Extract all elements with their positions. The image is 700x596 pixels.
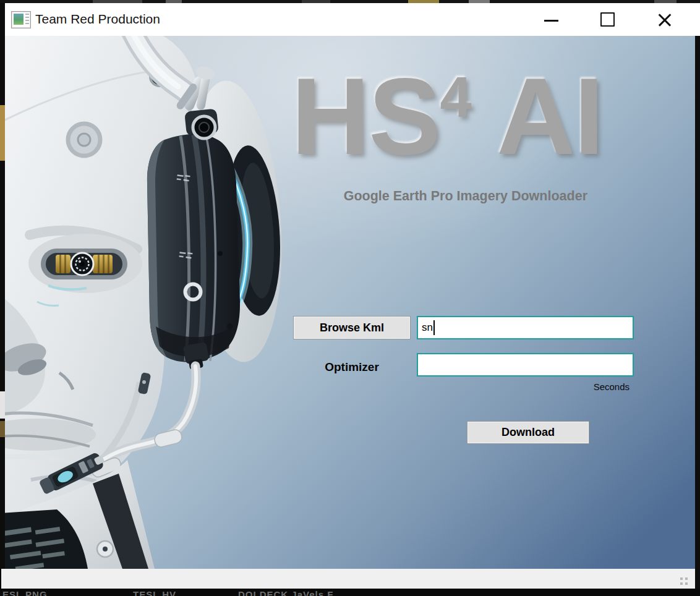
status-bar [1,569,695,589]
seconds-label: Seconds [417,381,630,392]
minimize-button[interactable] [532,3,570,36]
window-title: Team Red Production [35,12,160,27]
optimizer-field [417,353,634,377]
optimizer-label: Optimizer [293,360,411,374]
desktop-text-fragment: ESL PNG [2,589,48,596]
desktop-text-fragment: TESL HV [133,589,176,596]
app-logo: HS4 AI [291,62,603,171]
kml-path-input[interactable] [417,316,634,339]
desktop-edge-top [0,0,700,3]
app-icon-art [14,14,23,25]
robot-eye [28,234,142,293]
app-icon-lines [25,14,29,25]
download-button[interactable]: Download [467,421,589,444]
desktop-text-fragment: DOLDECK JaVels F [238,589,333,596]
app-subtitle: Google Earth Pro Imagery Downloader [291,189,587,204]
optimizer-input[interactable] [417,353,634,377]
maximize-icon [600,12,615,27]
desktop-edge-left [0,3,5,569]
close-button[interactable] [646,3,684,36]
text-caret [433,320,435,335]
hero-image: HS4 AI Google Earth Pro Imagery Download… [5,36,700,569]
titlebar[interactable]: Team Red Production [5,3,700,36]
logo-exponent: 4 [440,69,472,126]
app-window-icon[interactable] [11,11,31,28]
close-icon [657,12,673,28]
kml-path-field [417,316,634,339]
resize-grip[interactable] [680,577,689,586]
maximize-button[interactable] [588,3,626,36]
logo-prefix: HS [291,56,440,177]
desktop-edge-bottom: ESL PNG TESL HV DOLDECK JaVels F [0,589,700,596]
browse-kml-button[interactable]: Browse Kml [293,316,411,339]
desktop-edge-right [695,36,700,589]
minimize-icon [544,20,558,22]
logo-suffix: AI [472,56,603,177]
